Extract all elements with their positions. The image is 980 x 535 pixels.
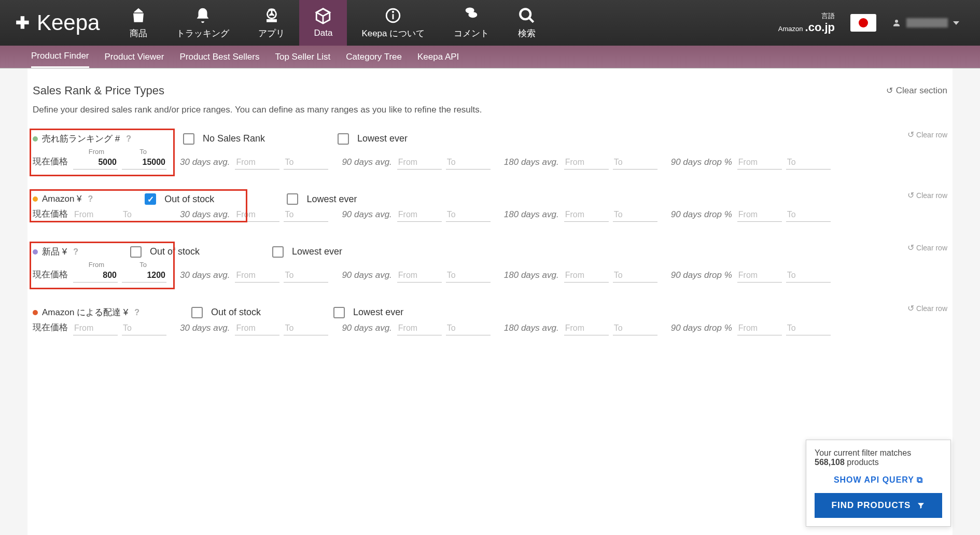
avg180-to-input[interactable] bbox=[613, 269, 657, 283]
avg90-from-input[interactable] bbox=[397, 156, 442, 170]
current-price-label: 現在価格 bbox=[33, 321, 68, 335]
help-icon[interactable]: ? bbox=[134, 308, 139, 317]
checkbox-out_of_stock[interactable] bbox=[130, 246, 142, 258]
nav-検索[interactable]: 検索 bbox=[503, 0, 550, 46]
nav-アプリ[interactable]: アプリ bbox=[244, 0, 299, 46]
avg180-from-input[interactable] bbox=[564, 156, 609, 170]
avg180-to-input[interactable] bbox=[613, 321, 657, 335]
filter-row-amazon: Clear row Amazon ¥ ? Out of stock Lowest… bbox=[27, 190, 953, 243]
nav-トラッキング[interactable]: トラッキング bbox=[162, 0, 244, 46]
current-price-label: 現在価格 bbox=[33, 156, 68, 170]
drop90-to-input[interactable] bbox=[786, 208, 831, 222]
filter-icon bbox=[917, 501, 925, 510]
avg90-to-input[interactable] bbox=[446, 156, 491, 170]
drop90-from-input[interactable] bbox=[737, 208, 782, 222]
find-products-button[interactable]: FIND PRODUCTS bbox=[815, 493, 942, 518]
drop90-from-input[interactable] bbox=[737, 321, 782, 335]
avg30-to-input[interactable] bbox=[284, 269, 328, 283]
avg90-to-input[interactable] bbox=[446, 208, 491, 222]
avg30-from-input[interactable] bbox=[235, 156, 279, 170]
avg90-from-input[interactable] bbox=[397, 208, 442, 222]
logo[interactable]: ✚ Keepa bbox=[0, 10, 115, 35]
drop90-to-input[interactable] bbox=[786, 156, 831, 170]
avg180-from-input[interactable] bbox=[564, 269, 609, 283]
avg180-to-input[interactable] bbox=[613, 156, 657, 170]
current-to-input[interactable] bbox=[122, 208, 166, 222]
username-blurred bbox=[906, 18, 948, 27]
avg30-to-input[interactable] bbox=[284, 321, 328, 335]
logo-text: Keepa bbox=[37, 10, 100, 35]
reset-icon bbox=[907, 130, 914, 139]
current-price-label: 現在価格 bbox=[33, 208, 68, 222]
tab-product-viewer[interactable]: Product Viewer bbox=[105, 47, 164, 67]
avg90-label: 90 days avg. bbox=[342, 323, 391, 335]
checkbox-out_of_stock[interactable] bbox=[191, 307, 203, 318]
current-from-input[interactable] bbox=[73, 156, 118, 170]
clear-section-button[interactable]: Clear section bbox=[886, 86, 947, 96]
nav-商品[interactable]: 商品 bbox=[115, 0, 162, 46]
clear-row-button[interactable]: Clear row bbox=[907, 190, 947, 200]
results-text: Your current filter matches 568,108 prod… bbox=[815, 448, 942, 467]
clear-row-button[interactable]: Clear row bbox=[907, 130, 947, 139]
avg30-from-input[interactable] bbox=[235, 321, 279, 335]
drop90-to-input[interactable] bbox=[786, 269, 831, 283]
avg30-from-input[interactable] bbox=[235, 208, 279, 222]
language-block[interactable]: 言語 Amazon.co.jp bbox=[778, 11, 835, 34]
svg-point-4 bbox=[895, 20, 898, 23]
avg180-label: 180 days avg. bbox=[504, 209, 559, 222]
filter-row-amazon-ship: Clear row Amazon による配達 ¥ ? Out of stock … bbox=[27, 303, 953, 356]
checkbox-no_sales_rank[interactable] bbox=[183, 133, 194, 145]
reset-icon bbox=[907, 243, 914, 252]
avg30-to-input[interactable] bbox=[284, 208, 328, 222]
nav-icon bbox=[518, 7, 536, 24]
checkbox-out_of_stock[interactable] bbox=[145, 193, 156, 205]
avg30-to-input[interactable] bbox=[284, 156, 328, 170]
checkbox-label: Lowest ever bbox=[353, 307, 403, 318]
current-to-input[interactable] bbox=[122, 269, 166, 283]
chevron-down-icon bbox=[953, 21, 959, 25]
current-to-input[interactable] bbox=[122, 321, 166, 335]
nav-keepa-について[interactable]: Keepa について bbox=[347, 0, 439, 46]
checkbox-lowest-ever[interactable] bbox=[272, 246, 284, 258]
current-to-input[interactable] bbox=[122, 156, 166, 170]
avg90-from-input[interactable] bbox=[397, 321, 442, 335]
avg30-label: 30 days avg. bbox=[180, 270, 230, 283]
results-count: 568,108 bbox=[815, 458, 845, 467]
drop90-from-input[interactable] bbox=[737, 269, 782, 283]
avg90-to-input[interactable] bbox=[446, 269, 491, 283]
avg90-to-input[interactable] bbox=[446, 321, 491, 335]
current-from-input[interactable] bbox=[73, 321, 118, 335]
current-from-input[interactable] bbox=[73, 208, 118, 222]
checkbox-lowest-ever[interactable] bbox=[338, 133, 349, 145]
row-title: Amazon による配達 ¥ bbox=[42, 306, 128, 318]
drop90-from-input[interactable] bbox=[737, 156, 782, 170]
drop90-to-input[interactable] bbox=[786, 321, 831, 335]
tab-product-best-sellers[interactable]: Product Best Sellers bbox=[179, 47, 259, 67]
clear-row-button[interactable]: Clear row bbox=[907, 303, 947, 313]
user-menu[interactable] bbox=[892, 18, 959, 27]
nav-コメント[interactable]: コメント bbox=[439, 0, 503, 46]
avg180-from-input[interactable] bbox=[564, 321, 609, 335]
avg180-to-input[interactable] bbox=[613, 208, 657, 222]
help-icon[interactable]: ? bbox=[73, 247, 78, 257]
show-api-query-button[interactable]: SHOW API QUERY ⧉ bbox=[815, 475, 942, 485]
tab-keepa-api[interactable]: Keepa API bbox=[417, 47, 459, 67]
flag-japan-icon[interactable] bbox=[850, 14, 876, 32]
tab-product-finder[interactable]: Product Finder bbox=[31, 46, 89, 68]
bullet-icon bbox=[33, 136, 38, 142]
current-from-input[interactable] bbox=[73, 269, 118, 283]
help-icon[interactable]: ? bbox=[126, 134, 131, 144]
avg180-from-input[interactable] bbox=[564, 208, 609, 222]
tab-category-tree[interactable]: Category Tree bbox=[346, 47, 402, 67]
avg30-from-input[interactable] bbox=[235, 269, 279, 283]
tab-top-seller-list[interactable]: Top Seller List bbox=[275, 47, 330, 67]
nav-data[interactable]: Data bbox=[299, 0, 347, 46]
avg90-from-input[interactable] bbox=[397, 269, 442, 283]
drop90-label: 90 days drop % bbox=[671, 157, 732, 170]
checkbox-lowest-ever[interactable] bbox=[333, 307, 345, 318]
checkbox-lowest-ever[interactable] bbox=[287, 193, 298, 205]
top-nav: ✚ Keepa 商品トラッキングアプリDataKeepa についてコメント検索 … bbox=[0, 0, 980, 46]
reset-icon bbox=[907, 190, 914, 200]
clear-row-button[interactable]: Clear row bbox=[907, 243, 947, 252]
help-icon[interactable]: ? bbox=[88, 194, 93, 204]
